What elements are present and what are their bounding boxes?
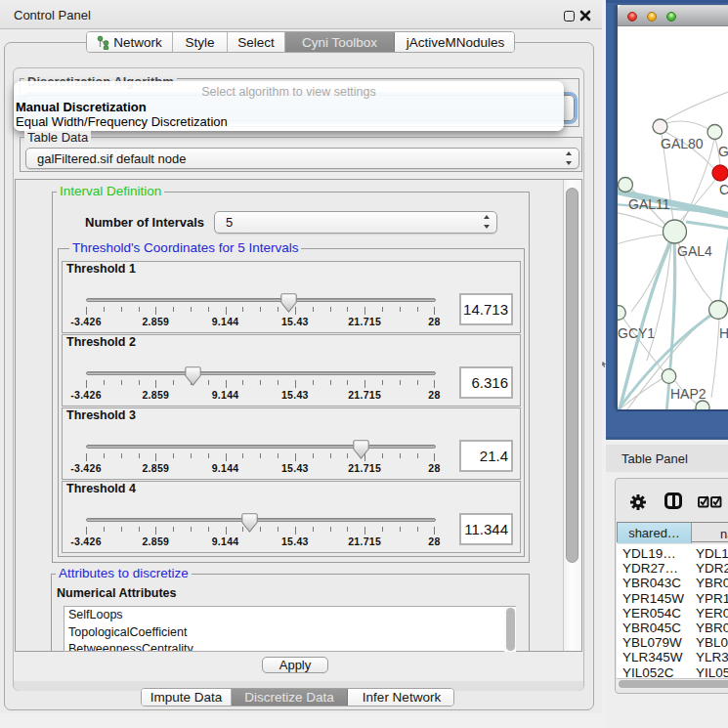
svg-text:GAL3: GAL3 <box>718 144 728 159</box>
svg-text:GAL4: GAL4 <box>677 243 712 259</box>
svg-text:HAP1: HAP1 <box>719 325 728 341</box>
svg-text:GCY1: GCY1 <box>618 325 655 341</box>
svg-text:GAL11: GAL11 <box>628 196 670 212</box>
svg-text:GAL80: GAL80 <box>661 136 704 151</box>
svg-text:HAP2: HAP2 <box>670 386 707 402</box>
svg-text:CYC: CYC <box>719 182 728 197</box>
